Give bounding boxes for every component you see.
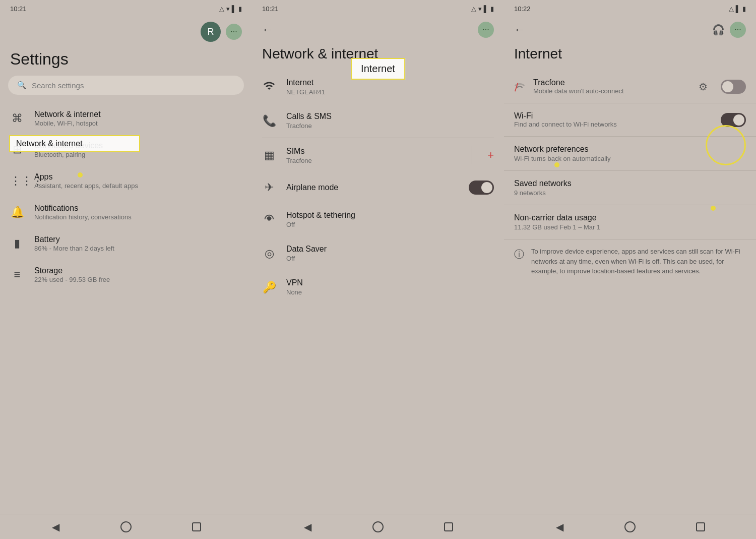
settings-list: ⌘ Network & internet Mobile, Wi-Fi, hots… xyxy=(0,103,252,514)
more-options-button-2[interactable]: ··· xyxy=(478,22,494,38)
tracfone-row[interactable]: Tracfone Mobile data won't auto-connect … xyxy=(504,70,756,103)
wifi-item-sub: Find and connect to Wi-Fi networks xyxy=(514,121,713,128)
nav-item-datasaver[interactable]: ◎ Data Saver Off xyxy=(252,236,504,270)
battery-icon-2: ▮ xyxy=(490,5,494,13)
calls-title: Calls & SMS xyxy=(286,112,494,121)
back-button-1[interactable]: ◀ xyxy=(46,518,65,536)
more-options-button-3[interactable]: ··· xyxy=(730,22,746,38)
saved-networks-title: Saved networks xyxy=(514,179,746,188)
tracfone-gear-icon[interactable]: ⚙ xyxy=(699,81,708,93)
back-button-3[interactable]: ◀ xyxy=(550,518,569,536)
bell-icon: 🔔 xyxy=(10,206,24,219)
search-bar[interactable]: 🔍 Search settings xyxy=(8,76,244,95)
datasaver-icon: ◎ xyxy=(262,247,276,260)
recents-button-1[interactable] xyxy=(187,518,206,536)
headphone-icon: 🎧 xyxy=(712,24,725,36)
panel-internet: 10:22 △ ▌ ▮ ← 🎧 ··· Internet Tracfone Mo… xyxy=(504,0,756,539)
sim-icon: ▦ xyxy=(262,149,276,162)
header-1: R ··· xyxy=(0,17,252,50)
hotspot-icon xyxy=(262,213,276,227)
internet-page-title: Internet xyxy=(504,46,756,70)
airplane-icon: ✈ xyxy=(262,181,276,194)
calls-sub: Tracfone xyxy=(286,122,494,130)
recent-square-icon-3 xyxy=(696,522,705,531)
settings-item-apps[interactable]: ⋮⋮⋮ Apps Assistant, recent apps, default… xyxy=(0,165,252,197)
home-button-3[interactable] xyxy=(621,518,639,536)
annotation-circle-1 xyxy=(706,125,746,165)
wifi-signal-icon: ▾ xyxy=(226,5,230,13)
non-carrier-item[interactable]: Non-carrier data usage 11.32 GB used Feb… xyxy=(504,205,756,239)
back-arrow-3[interactable]: ← xyxy=(514,23,525,36)
time-1: 10:21 xyxy=(10,5,27,13)
hotspot-sub: Off xyxy=(286,221,494,228)
apps-title: Apps xyxy=(34,172,138,182)
nav-item-airplane[interactable]: ✈ Airplane mode xyxy=(252,172,504,203)
airplane-toggle[interactable] xyxy=(469,181,494,195)
annotation-network-internet: Network & internet xyxy=(9,135,140,152)
sims-divider xyxy=(472,146,472,164)
nav-item-hotspot[interactable]: Hotspot & tethering Off xyxy=(252,203,504,236)
home-circle-icon xyxy=(120,521,132,532)
cloud-icon-2: △ xyxy=(471,5,476,13)
tracfone-title: Tracfone xyxy=(533,78,690,87)
mobile-data-toggle[interactable] xyxy=(721,80,746,94)
home-button-1[interactable] xyxy=(117,518,135,536)
home-circle-icon-2 xyxy=(372,521,384,532)
back-arrow-2[interactable]: ← xyxy=(262,23,273,36)
network-items-list: Internet NETGEAR41 📞 Calls & SMS Tracfon… xyxy=(252,70,504,514)
settings-item-network[interactable]: ⌘ Network & internet Mobile, Wi-Fi, hots… xyxy=(0,103,252,134)
sims-title: SIMs xyxy=(286,147,457,156)
nav-item-sims[interactable]: ▦ SIMs Tracfone + xyxy=(252,138,504,172)
storage-title: Storage xyxy=(34,266,110,275)
recents-button-3[interactable] xyxy=(691,518,710,536)
vpn-title: VPN xyxy=(286,278,494,287)
storage-icon: ≡ xyxy=(10,268,24,281)
annotation-internet: Internet xyxy=(351,58,405,80)
internet-item-sub: NETGEAR41 xyxy=(286,88,494,96)
time-3: 10:22 xyxy=(514,5,531,13)
status-icons-1: △ ▾ ▌ ▮ xyxy=(219,5,242,13)
toggle-knob-airplane xyxy=(481,182,492,193)
recent-square-icon-2 xyxy=(444,522,453,531)
search-icon: 🔍 xyxy=(17,81,27,90)
header-2: ← ··· xyxy=(252,17,504,46)
wifi-toggle-knob xyxy=(733,114,744,126)
nav-item-vpn[interactable]: 🔑 VPN None xyxy=(252,270,504,304)
add-sim-button[interactable]: + xyxy=(487,149,494,162)
network-subtitle: Mobile, Wi-Fi, hotspot xyxy=(34,119,101,127)
cloud-icon-3: △ xyxy=(729,5,734,13)
phone-icon: 📞 xyxy=(262,114,276,128)
back-button-2[interactable]: ◀ xyxy=(298,518,317,536)
home-button-2[interactable] xyxy=(369,518,387,536)
status-bar-3: 10:22 △ ▌ ▮ xyxy=(504,0,756,17)
panel-settings: 10:21 △ ▾ ▌ ▮ R ··· Settings 🔍 Search se… xyxy=(0,0,252,539)
settings-item-battery[interactable]: ▮ Battery 86% - More than 2 days left xyxy=(0,228,252,259)
sims-sub: Tracfone xyxy=(286,157,457,164)
datasaver-sub: Off xyxy=(286,255,494,262)
info-text: To improve device experience, apps and s… xyxy=(531,247,746,276)
signal-icon: ▌ xyxy=(232,5,236,13)
signal-icon-2: ▌ xyxy=(484,5,488,13)
more-options-button[interactable]: ··· xyxy=(226,24,242,40)
panel-network-internet: 10:21 △ ▾ ▌ ▮ ← ··· Internet Network & i… xyxy=(252,0,504,539)
nav-item-calls[interactable]: 📞 Calls & SMS Tracfone xyxy=(252,104,504,138)
battery-icon: ▮ xyxy=(238,5,242,13)
settings-item-notifications[interactable]: 🔔 Notifications Notification history, co… xyxy=(0,197,252,228)
status-icons-3: △ ▌ ▮ xyxy=(729,5,746,13)
wifi-item-title: Wi-Fi xyxy=(514,111,713,121)
network-title: Network & internet xyxy=(34,110,101,119)
recent-square-icon xyxy=(192,522,201,531)
saved-networks-item[interactable]: Saved networks 9 networks xyxy=(504,171,756,205)
avatar[interactable]: R xyxy=(201,22,221,42)
recents-button-2[interactable] xyxy=(439,518,458,536)
signal-icon-3: ▌ xyxy=(736,5,740,13)
bottom-nav-1: ◀ xyxy=(0,514,252,539)
cloud-icon: △ xyxy=(219,5,224,13)
hotspot-title: Hotspot & tethering xyxy=(286,211,494,220)
settings-item-storage[interactable]: ≡ Storage 22% used - 99.53 GB free xyxy=(0,259,252,290)
battery-icon-3: ▮ xyxy=(742,5,746,13)
airplane-title: Airplane mode xyxy=(286,183,459,192)
info-section: ⓘ To improve device experience, apps and… xyxy=(504,239,756,283)
wifi-nav-icon xyxy=(262,80,276,95)
non-carrier-sub: 11.32 GB used Feb 1 – Mar 1 xyxy=(514,223,746,231)
